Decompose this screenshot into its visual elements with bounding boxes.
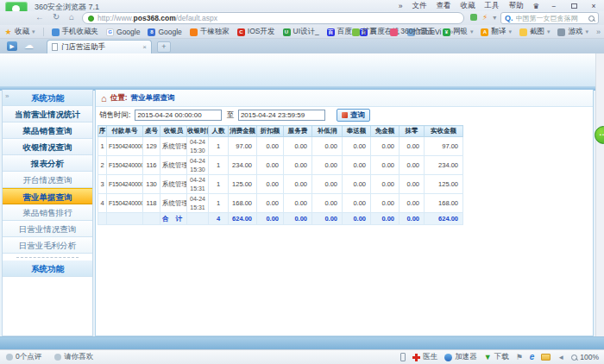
bookmark-收藏[interactable]: ★收藏▾ <box>4 27 35 37</box>
zoom-control[interactable]: 100% <box>571 353 599 361</box>
home-icon[interactable]: ⌂ <box>69 12 74 22</box>
menu-tools[interactable]: 工具 <box>484 1 499 11</box>
baidu-icon: 百 <box>327 28 335 36</box>
bookmark-label: 360抢票王 <box>400 27 435 37</box>
total-cell <box>143 213 160 225</box>
sidebar-item-系统功能[interactable]: 系统功能 <box>3 260 92 277</box>
cloud-sync-icon[interactable]: ☁ <box>24 40 34 51</box>
c-red-icon: C <box>237 28 245 36</box>
flag-icon[interactable]: ⚑ <box>516 353 523 361</box>
search-input[interactable]: 中国第一女巨贪落网 <box>516 14 586 23</box>
total-cell: 624.00 <box>425 213 463 225</box>
bookmark-IOS开发[interactable]: CIOS开发 <box>237 27 275 37</box>
google-icon: G <box>106 28 114 36</box>
query-button[interactable]: 查询 <box>337 109 370 122</box>
reviews-status[interactable]: 0个点评 <box>6 352 41 362</box>
close-button[interactable]: × <box>588 2 599 10</box>
session-restore-icon[interactable]: ▶ <box>7 41 17 51</box>
bookmarks-bar: ★收藏▾手机收藏夹GGoogle8Google千橡独家CIOS开发UUI设计_百… <box>0 25 604 39</box>
minimize-button[interactable]: − <box>549 2 559 10</box>
search-icon[interactable] <box>588 16 595 22</box>
tools-overflow-icon[interactable]: » <box>596 28 601 36</box>
mode-chevron-icon[interactable]: ▾ <box>493 14 496 22</box>
bookmark-Google[interactable]: GGoogle <box>106 28 140 36</box>
cell: 系统管理员 <box>160 156 187 175</box>
menu-file[interactable]: 文件 <box>412 1 426 11</box>
scrollbar-track[interactable] <box>595 53 604 349</box>
page-icon <box>52 43 58 51</box>
total-cell: 0.00 <box>312 213 343 225</box>
sidebar-item-系统功能[interactable]: 系统功能 <box>3 90 92 106</box>
tab-close-icon[interactable]: × <box>142 43 147 51</box>
refresh-icon[interactable]: ↻ <box>53 12 60 22</box>
column-header-序: 序 <box>98 126 107 137</box>
url-bar[interactable]: http://www.pos368.com/default.aspx <box>82 12 464 24</box>
sidebar-item-营业单据查询[interactable]: 营业单据查询 <box>3 188 92 204</box>
doctor-button[interactable]: 医生 <box>412 352 437 362</box>
bookmark-千橡独家[interactable]: 千橡独家 <box>190 27 230 37</box>
sidebar-item-菜品销售排行[interactable]: 菜品销售排行 <box>3 204 92 221</box>
menu-favorites[interactable]: 收藏 <box>460 1 475 11</box>
lightning-icon[interactable]: ⚡ <box>482 13 488 22</box>
restore-button[interactable] <box>569 2 579 10</box>
cell: 234.00 <box>229 156 257 175</box>
cell: 129 <box>143 137 160 156</box>
cell: 0.00 <box>312 156 343 175</box>
table-row[interactable]: 2F15042400001116系统管理员04-2415:301234.000.… <box>98 156 463 175</box>
folder-icon[interactable] <box>541 354 551 361</box>
sidebar-collapse-icon[interactable]: » <box>5 92 9 100</box>
tool-游戏[interactable]: 游戏▾ <box>557 27 588 37</box>
like-status[interactable]: 请你喜欢 <box>54 352 93 362</box>
bookmark-百度[interactable]: 百百度 <box>327 27 352 37</box>
download-button[interactable]: ▼ 下载 <box>484 352 509 362</box>
app-header: 门店营运助手 ···门店营业数据实时查询 ⌂ 首页 退出 营运助手客户端在线! … <box>0 53 604 86</box>
to-label: 至 <box>226 110 234 121</box>
tool-翻译[interactable]: A翻译▾ <box>481 27 512 37</box>
column-header-收银时间: 收银时间 <box>187 126 209 137</box>
bookmark-UI设计_[interactable]: UUI设计_ <box>283 27 319 37</box>
google-blue-icon: 8 <box>148 28 155 36</box>
back-icon[interactable]: ← <box>35 12 44 22</box>
column-header-付款单号: 付款单号 <box>107 126 143 137</box>
tool-网银[interactable]: ¥网银▾ <box>443 27 474 37</box>
new-tab-button[interactable]: + <box>157 41 171 53</box>
ie-mode-icon[interactable]: e <box>530 353 535 361</box>
bookmark-手机收藏夹[interactable]: 手机收藏夹 <box>52 27 99 37</box>
date-to-input[interactable] <box>238 110 325 121</box>
speed-mode-icon[interactable] <box>470 14 477 21</box>
menu-more-icon[interactable]: » <box>399 2 403 10</box>
speaker-icon[interactable]: ◄ <box>557 354 564 361</box>
tab-bar: ▶ ☁ 门店营运助手 × + <box>0 39 604 53</box>
sidebar-item-日营业毛利分析[interactable]: 日营业毛利分析 <box>3 237 92 254</box>
sidebar-item-日营业情况查询[interactable]: 日营业情况查询 <box>3 221 92 237</box>
table-row[interactable]: 4F15042400005118系统管理员04-2415:311168.000.… <box>98 194 463 213</box>
comment-icon <box>6 354 13 361</box>
tool-扩展[interactable]: 扩展▾ <box>352 27 383 37</box>
game-icon <box>557 28 565 36</box>
tool-截图[interactable]: 截图▾ <box>519 27 551 37</box>
site-status-icon <box>88 16 94 22</box>
column-header-补低消: 补低消 <box>312 126 343 137</box>
tab-title: 门店营运助手 <box>61 42 139 53</box>
menu-help[interactable]: 帮助 <box>508 1 523 11</box>
table-row[interactable]: 3F15042400004130系统管理员04-2415:311125.000.… <box>98 175 463 194</box>
breadcrumb-page: 营业单据查询 <box>131 93 175 104</box>
browser-menubar: » 文件 查看 收藏 工具 帮助 ♛ − × <box>399 1 599 11</box>
sidebar-item-开台情况查询[interactable]: 开台情况查询 <box>3 172 92 188</box>
sidebar-item-当前营业情况统计[interactable]: 当前营业情况统计 <box>3 106 92 122</box>
sidebar-item-报表分析[interactable]: 报表分析 <box>3 155 92 172</box>
menu-view[interactable]: 查看 <box>436 1 450 11</box>
download-icon: ▼ <box>484 353 492 361</box>
booster-button[interactable]: 加速器 <box>444 352 477 362</box>
sidebar-item-菜品销售查询[interactable]: 菜品销售查询 <box>3 122 92 139</box>
vip-crown-icon[interactable]: ♛ <box>532 2 539 10</box>
date-from-input[interactable] <box>135 110 222 121</box>
table-row[interactable]: 1F15042400003129系统管理员04-2415:30197.000.0… <box>98 137 463 156</box>
bookmark-Google[interactable]: 8Google <box>148 28 181 36</box>
mobile-icon[interactable] <box>400 353 406 361</box>
active-tab[interactable]: 门店营运助手 × <box>47 40 152 53</box>
sidebar-item-收银情况查询[interactable]: 收银情况查询 <box>3 139 92 155</box>
tool-360抢票王[interactable]: 360抢票王 <box>390 27 435 37</box>
search-box[interactable]: Q. 中国第一女巨贪落网 <box>500 12 599 24</box>
bookmark-label: UI设计_ <box>293 27 319 37</box>
